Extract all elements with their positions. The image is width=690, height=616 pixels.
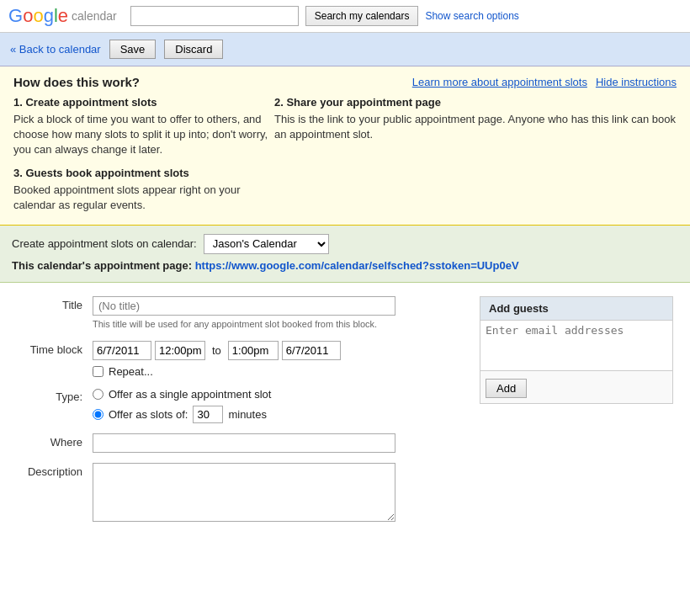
where-row: Where xyxy=(17,433,463,453)
where-label: Where xyxy=(17,433,93,449)
time-block-label: Time block xyxy=(17,341,93,356)
type-option2-row: Offer as slots of: minutes xyxy=(93,406,463,423)
guests-email-input[interactable] xyxy=(480,321,672,371)
info-col2: 2. Share your appointment page This is t… xyxy=(274,96,677,213)
info-box: How does this work? Learn more about app… xyxy=(0,66,690,226)
hide-instructions-link[interactable]: Hide instructions xyxy=(596,76,677,88)
type-content: Offer as a single appointment slot Offer… xyxy=(93,388,463,423)
logo-g2: g xyxy=(44,5,54,27)
header: Google calendar Search my calendars Show… xyxy=(0,0,690,33)
calendar-bar: Create appointment slots on calendar: Ja… xyxy=(0,226,690,283)
repeat-row: Repeat... xyxy=(93,365,463,378)
title-input[interactable] xyxy=(93,296,395,316)
save-button[interactable]: Save xyxy=(109,40,157,59)
add-guest-button[interactable]: Add xyxy=(486,379,527,398)
repeat-checkbox[interactable] xyxy=(93,366,104,377)
calendar-page-label: This calendar's appointment page: xyxy=(12,259,192,272)
guests-header: Add guests xyxy=(480,297,672,321)
info-columns: 1. Create appointment slots Pick a block… xyxy=(13,96,677,213)
step1-body: Pick a block of time you want to offer t… xyxy=(13,112,274,158)
time-inputs-row: to xyxy=(93,341,463,360)
start-time-input[interactable] xyxy=(155,341,205,360)
to-label: to xyxy=(209,344,225,357)
title-content: This title will be used for any appointm… xyxy=(93,296,463,331)
info-links: Learn more about appointment slots Hide … xyxy=(412,76,677,88)
type-single-radio[interactable] xyxy=(93,389,104,400)
calendar-page-link[interactable]: https://www.google.com/calendar/selfsche… xyxy=(195,259,519,272)
title-row: Title This title will be used for any ap… xyxy=(17,296,463,331)
repeat-label: Repeat... xyxy=(109,365,153,378)
type-option1-row: Offer as a single appointment slot xyxy=(93,388,463,401)
search-my-calendars-button[interactable]: Search my calendars xyxy=(305,6,419,26)
main-form: Title This title will be used for any ap… xyxy=(0,283,690,548)
time-block-content: to Repeat... xyxy=(93,341,463,378)
title-hint: This title will be used for any appointm… xyxy=(93,318,395,331)
calendar-selector-label: Create appointment slots on calendar: xyxy=(12,237,197,250)
search-input[interactable] xyxy=(130,6,299,26)
type-slots-radio[interactable] xyxy=(93,409,104,420)
logo: Google calendar xyxy=(8,5,117,27)
title-label: Title xyxy=(17,296,93,311)
learn-more-link[interactable]: Learn more about appointment slots xyxy=(412,76,587,88)
show-search-options-link[interactable]: Show search options xyxy=(425,10,518,22)
guests-panel: Add guests Add xyxy=(480,296,673,404)
info-title: How does this work? xyxy=(13,75,140,89)
toolbar-bar: Back to calendar Save Discard xyxy=(0,33,690,66)
step3-title: 3. Guests book appointment slots xyxy=(13,167,274,179)
end-date-input[interactable] xyxy=(282,341,341,360)
type-row: Type: Offer as a single appointment slot… xyxy=(17,388,463,423)
logo-o2: o xyxy=(33,5,43,27)
where-content xyxy=(93,433,463,453)
form-left: Title This title will be used for any ap… xyxy=(17,296,463,534)
step2-title: 2. Share your appointment page xyxy=(274,96,677,109)
type-option1-label: Offer as a single appointment slot xyxy=(109,388,271,401)
end-time-input[interactable] xyxy=(228,341,279,360)
step2-body: This is the link to your public appointm… xyxy=(274,112,677,142)
form-right: Add guests Add xyxy=(480,296,673,534)
description-label: Description xyxy=(17,463,93,478)
discard-button[interactable]: Discard xyxy=(164,40,223,59)
time-block-row: Time block to Repeat... xyxy=(17,341,463,378)
calendar-select[interactable]: Jason's Calendar xyxy=(204,234,329,254)
type-option2-label: Offer as slots of: xyxy=(109,408,188,421)
logo-o1: o xyxy=(23,5,33,27)
start-date-input[interactable] xyxy=(93,341,151,360)
minutes-label: minutes xyxy=(228,408,267,421)
logo-g: G xyxy=(8,5,23,27)
back-to-calendar-link[interactable]: Back to calendar xyxy=(10,43,101,56)
logo-e: e xyxy=(58,5,68,27)
logo-calendar-text: calendar xyxy=(72,9,117,23)
where-input[interactable] xyxy=(93,433,395,453)
description-input[interactable] xyxy=(93,463,395,522)
calendar-page-row: This calendar's appointment page: https:… xyxy=(12,259,678,272)
type-label: Type: xyxy=(17,388,93,403)
slots-minutes-input[interactable] xyxy=(193,406,223,423)
info-col1: 1. Create appointment slots Pick a block… xyxy=(13,96,274,213)
description-content xyxy=(93,463,463,524)
info-header: How does this work? Learn more about app… xyxy=(13,75,677,89)
description-row: Description xyxy=(17,463,463,524)
type-options: Offer as a single appointment slot Offer… xyxy=(93,388,463,423)
step3-body: Booked appointment slots appear right on… xyxy=(13,183,274,213)
calendar-selector-row: Create appointment slots on calendar: Ja… xyxy=(12,234,678,254)
step1-title: 1. Create appointment slots xyxy=(13,96,274,109)
